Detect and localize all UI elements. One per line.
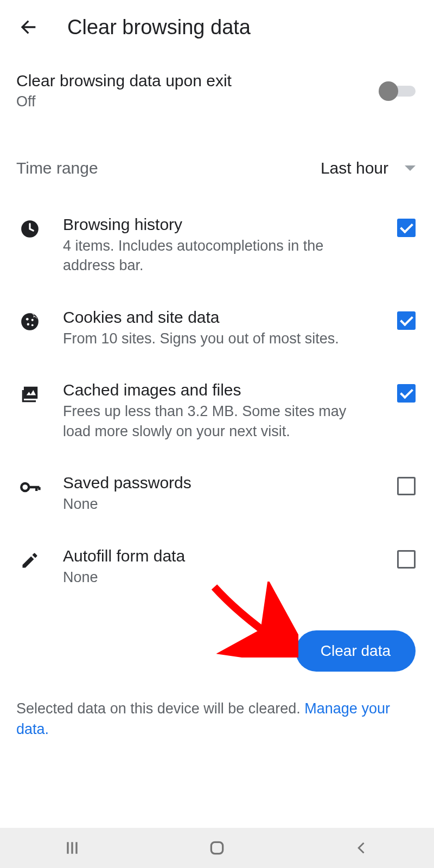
recents-button[interactable] — [50, 837, 94, 859]
time-range-value: Last hour — [321, 159, 388, 177]
chevron-left-icon — [354, 840, 369, 856]
back-button[interactable] — [16, 15, 40, 39]
time-range-row[interactable]: Time range Last hour — [0, 110, 434, 183]
home-icon — [208, 839, 226, 857]
clear-on-exit-label: Clear browsing data upon exit — [16, 72, 232, 90]
list-item-title: Saved passwords — [63, 474, 375, 492]
clear-on-exit-status: Off — [16, 93, 232, 110]
checkbox-cached-images[interactable] — [397, 384, 416, 403]
arrow-left-icon — [17, 16, 39, 38]
list-item-desc: Frees up less than 3.2 MB. Some sites ma… — [63, 401, 375, 441]
list-item-title: Autofill form data — [63, 547, 375, 565]
list-item-text: Cookies and site data From 10 sites. Sig… — [63, 308, 375, 348]
list-item-browsing-history[interactable]: Browsing history 4 items. Includes autoc… — [0, 199, 434, 292]
image-stack-icon — [18, 383, 41, 406]
clear-button-area: Clear data — [0, 603, 434, 688]
checkbox-browsing-history[interactable] — [397, 219, 416, 237]
svg-rect-5 — [24, 387, 37, 399]
data-type-list: Browsing history 4 items. Includes autoc… — [0, 183, 434, 603]
checkbox-autofill[interactable] — [397, 550, 416, 569]
list-item-title: Cached images and files — [63, 381, 375, 399]
checkbox-cookies[interactable] — [397, 311, 416, 330]
clock-icon — [18, 218, 41, 240]
list-item-saved-passwords[interactable]: Saved passwords None — [0, 457, 434, 530]
pencil-icon — [18, 549, 41, 572]
footer-info: Selected data on this device will be cle… — [0, 688, 434, 740]
list-item-text: Cached images and files Frees up less th… — [63, 381, 375, 441]
list-item-text: Saved passwords None — [63, 474, 375, 514]
toggle-knob-icon — [379, 81, 398, 101]
clear-on-exit-text: Clear browsing data upon exit Off — [16, 72, 232, 110]
page-title: Clear browsing data — [67, 16, 251, 39]
svg-point-4 — [31, 324, 34, 326]
cookie-icon — [18, 310, 41, 333]
time-range-dropdown[interactable]: Last hour — [321, 159, 416, 177]
svg-point-2 — [31, 319, 34, 321]
clear-on-exit-row[interactable]: Clear browsing data upon exit Off — [0, 50, 434, 110]
svg-rect-7 — [211, 842, 222, 853]
key-icon — [18, 476, 41, 499]
list-item-desc: 4 items. Includes autocompletions in the… — [63, 236, 375, 276]
checkbox-saved-passwords[interactable] — [397, 477, 416, 495]
back-nav-button[interactable] — [340, 837, 384, 859]
list-item-desc: None — [63, 494, 375, 514]
clear-on-exit-toggle[interactable] — [383, 86, 416, 97]
android-navbar — [0, 828, 434, 868]
recents-icon — [63, 839, 81, 857]
list-item-autofill[interactable]: Autofill form data None — [0, 531, 434, 603]
svg-point-3 — [27, 323, 29, 325]
clear-data-button[interactable]: Clear data — [296, 630, 416, 672]
list-item-cookies[interactable]: Cookies and site data From 10 sites. Sig… — [0, 292, 434, 365]
list-item-desc: From 10 sites. Signs you out of most sit… — [63, 329, 375, 348]
home-button[interactable] — [195, 837, 239, 859]
list-item-text: Autofill form data None — [63, 547, 375, 587]
list-item-title: Browsing history — [63, 215, 375, 234]
svg-point-6 — [21, 483, 29, 491]
footer-text: Selected data on this device will be cle… — [16, 700, 304, 717]
list-item-desc: None — [63, 567, 375, 587]
app-header: Clear browsing data — [0, 0, 434, 50]
list-item-title: Cookies and site data — [63, 308, 375, 327]
list-item-text: Browsing history 4 items. Includes autoc… — [63, 215, 375, 276]
chevron-down-icon — [405, 165, 416, 171]
list-item-cached-images[interactable]: Cached images and files Frees up less th… — [0, 365, 434, 457]
svg-point-1 — [26, 318, 29, 321]
time-range-label: Time range — [16, 159, 98, 177]
